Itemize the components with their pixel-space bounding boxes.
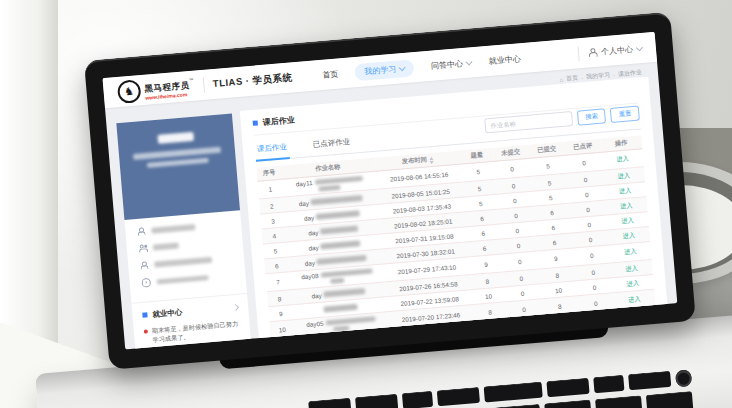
search-button[interactable]: 搜索 <box>577 108 607 125</box>
blurred-value <box>156 275 208 285</box>
profile-info-list <box>124 210 246 301</box>
profile-info-row <box>137 220 229 236</box>
next-page-icon[interactable] <box>473 332 480 339</box>
view-employment-materials-button[interactable]: 查看就业资料 <box>154 347 208 349</box>
home-icon: ⌂ <box>559 76 563 82</box>
power-key <box>675 369 692 387</box>
cell-no: 1 <box>258 179 283 199</box>
blurred-name <box>316 210 360 219</box>
app-title: TLIAS · 学员系统 <box>212 71 293 91</box>
homework-panel: 课后作业 课后作业 已点评作业 搜索 重置 <box>240 77 668 344</box>
name-prefix: day <box>298 199 309 207</box>
blurred-name <box>311 195 363 205</box>
person-icon <box>140 261 149 270</box>
keyboard-key <box>628 371 671 390</box>
enter-link[interactable]: 进入 <box>616 155 629 163</box>
prev-page-icon[interactable] <box>428 336 435 343</box>
red-dot-icon <box>144 329 148 333</box>
trademark: ™ <box>189 77 194 82</box>
blurred-name <box>333 325 349 332</box>
page-title: 课后作业 <box>262 114 295 128</box>
cell-not-submitted: 0 <box>505 299 542 320</box>
name-prefix: day <box>308 228 319 236</box>
user-menu-label: 个人中心 <box>601 43 634 57</box>
keyboard-key <box>402 391 433 408</box>
name-prefix: day <box>304 214 315 222</box>
nav-my-learning[interactable]: 我的学习 <box>355 59 415 81</box>
keyboard-key <box>546 378 589 397</box>
user-icon <box>588 47 598 57</box>
enter-link[interactable]: 进入 <box>619 186 632 194</box>
user-menu[interactable]: 个人中心 <box>588 43 643 58</box>
blurred-name <box>324 304 358 312</box>
sort-icon[interactable] <box>430 157 435 164</box>
keyboard-key <box>437 387 480 406</box>
name-prefix: day <box>308 243 319 251</box>
keyboard-key <box>355 394 398 408</box>
chevron-down-icon <box>399 64 406 71</box>
enter-link[interactable]: 进入 <box>621 216 634 224</box>
clock-icon <box>141 278 150 287</box>
name-prefix: day <box>311 291 322 299</box>
enter-link[interactable]: 进入 <box>626 279 639 287</box>
laptop-lid: ♞ 黑马程序员™ www.itheima.com TLIAS · 学员系统 首页… <box>84 12 696 370</box>
nav-employment-center[interactable]: 就业中心 <box>488 53 521 67</box>
nav-employment-label: 就业中心 <box>488 53 521 67</box>
homework-table: 序号 作业名称 发布时间 题量 未提交 已提交 已点评 操作 <box>257 135 656 340</box>
tab-reviewed-homework[interactable]: 已点评作业 <box>310 132 353 156</box>
laptop-screen: ♞ 黑马程序员™ www.itheima.com TLIAS · 学员系统 首页… <box>102 32 677 349</box>
chevron-down-icon <box>636 44 643 51</box>
blurred-name <box>320 241 360 250</box>
nav-qa-label: 问答中心 <box>431 58 464 72</box>
name-prefix: day08 <box>301 272 319 280</box>
enter-link[interactable]: 进入 <box>622 231 635 239</box>
enter-link[interactable]: 进入 <box>620 201 633 209</box>
group-icon <box>139 244 148 253</box>
keyboard-key <box>646 391 694 408</box>
blurred-student-name <box>157 132 194 144</box>
enter-link[interactable]: 进入 <box>625 264 638 272</box>
main-nav: 首页 我的学习 问答中心 就业中心 <box>322 50 522 84</box>
laptop: ♞ 黑马程序员™ www.itheima.com TLIAS · 学员系统 首页… <box>40 0 732 408</box>
blurred-value <box>154 257 212 267</box>
enter-link[interactable]: 进入 <box>624 247 637 255</box>
blurred-name <box>317 255 367 265</box>
sidebar: 就业中心 期末将至，是时候检验自己努力学习成果了。 查看就业资料 <box>116 114 251 350</box>
keyboard-key <box>484 382 543 403</box>
profile-info-row <box>139 237 231 253</box>
nav-home[interactable]: 首页 <box>322 68 339 80</box>
cell-no: 10 <box>269 320 294 340</box>
chevron-down-icon <box>466 58 473 65</box>
profile-info-row <box>141 271 233 287</box>
enter-link[interactable]: 进入 <box>628 295 641 303</box>
name-prefix: day11 <box>296 179 313 187</box>
blurred-name <box>320 226 358 235</box>
logo-text: 黑马程序员™ www.itheima.com <box>144 75 195 101</box>
cell-no: 7 <box>265 272 290 292</box>
reset-button[interactable]: 重置 <box>610 106 640 123</box>
nav-qa-center[interactable]: 问答中心 <box>431 57 473 71</box>
tab-homework[interactable]: 课后作业 <box>254 137 290 161</box>
blurred-name <box>323 288 365 297</box>
cell-submitted: 8 <box>541 296 578 317</box>
blue-square-bullet <box>253 120 258 125</box>
cell-total: 8 <box>473 302 506 323</box>
blurred-class-info <box>147 157 209 168</box>
blurred-value <box>153 243 179 251</box>
blurred-name <box>330 278 344 285</box>
profile-card <box>116 114 240 220</box>
header-divider <box>577 46 579 61</box>
cell-reviewed: 0 <box>577 293 614 314</box>
enter-link[interactable]: 进入 <box>617 171 630 179</box>
blue-square-bullet <box>142 312 147 317</box>
profile-info-row <box>140 254 232 270</box>
nav-my-learning-label: 我的学习 <box>364 63 397 77</box>
header-divider <box>202 77 204 92</box>
itheima-logo-icon: ♞ <box>117 79 142 104</box>
nav-home-label: 首页 <box>322 68 339 80</box>
col-publish-time-label: 发布时间 <box>401 155 427 164</box>
blurred-name <box>318 184 340 191</box>
employment-center-title: 就业中心 <box>152 303 234 320</box>
scene: ♞ 黑马程序员™ www.itheima.com TLIAS · 学员系统 首页… <box>0 0 732 408</box>
keyboard-key <box>593 375 624 393</box>
